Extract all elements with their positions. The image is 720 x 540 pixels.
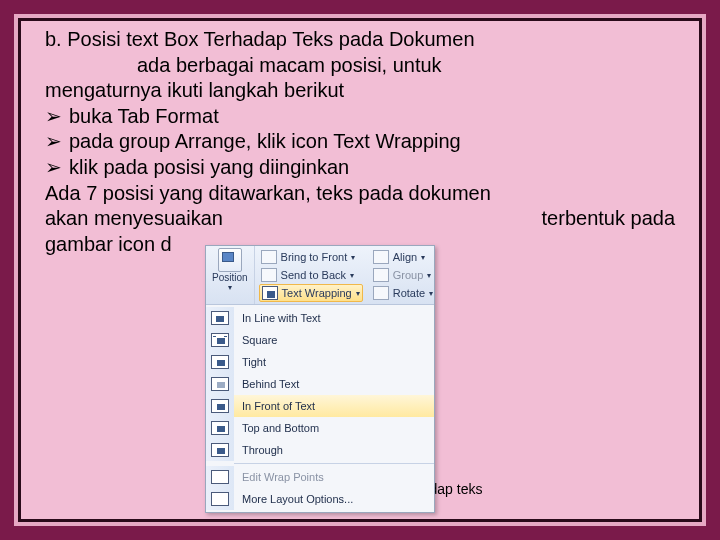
menu-label: Tight [234,356,266,368]
rotate-button[interactable]: Rotate ▾ [371,284,435,302]
menu-item-inline[interactable]: In Line with Text [206,307,434,329]
bullet-item-1: ➢ buka Tab Format [45,104,675,130]
menu-label: Top and Bottom [234,422,319,434]
bring-to-front-icon [261,250,277,264]
group-button[interactable]: Group ▾ [371,266,435,284]
send-to-back-icon [261,268,277,282]
topbottom-icon [211,421,229,435]
through-icon [211,443,229,457]
text-wrapping-button[interactable]: Text Wrapping ▾ [259,284,363,302]
bullet-text: pada group Arrange, klik icon Text Wrapp… [69,129,461,155]
group-icon [373,268,389,282]
chevron-down-icon: ▾ [421,253,425,262]
menu-item-more-options[interactable]: More Layout Options... [206,488,434,510]
text-wrapping-menu: In Line with Text Square Tight Behind Te… [206,305,434,512]
text-wrapping-label: Text Wrapping [282,287,352,299]
menu-item-behind[interactable]: Behind Text [206,373,434,395]
justified-line-1: ada berbagai macam posisi, untuk [137,53,675,79]
menu-item-through[interactable]: Through [206,439,434,461]
chevron-down-icon: ▾ [427,271,431,280]
square-icon [211,333,229,347]
chevron-down-icon: ▾ [356,289,360,298]
word-arrange-popup: Position ▾ Bring to Front ▾ Send to Back… [205,245,435,513]
arrange-toolbar: Position ▾ Bring to Front ▾ Send to Back… [206,246,434,305]
chevron-down-icon: ▾ [429,289,433,298]
menu-separator [234,463,434,464]
rotate-label: Rotate [393,287,425,299]
menu-item-topbottom[interactable]: Top and Bottom [206,417,434,439]
menu-item-edit-points[interactable]: Edit Wrap Points [206,466,434,488]
triangle-bullet-icon: ➢ [45,129,63,155]
menu-label: Behind Text [234,378,299,390]
para2b-right: terbentuk pada [542,206,675,232]
chevron-down-icon: ▾ [228,283,232,292]
menu-label: In Line with Text [234,312,321,324]
menu-item-square[interactable]: Square [206,329,434,351]
group-label: Group [393,269,424,281]
menu-label: Square [234,334,277,346]
slide-outer-frame: b. Posisi text Box Terhadap Teks pada Do… [0,0,720,540]
tight-icon [211,355,229,369]
bring-to-front-label: Bring to Front [281,251,348,263]
send-to-back-label: Send to Back [281,269,346,281]
menu-item-tight[interactable]: Tight [206,351,434,373]
bullet-text: klik pada posisi yang diinginkan [69,155,349,181]
triangle-bullet-icon: ➢ [45,104,63,130]
toolbar-col-1: Bring to Front ▾ Send to Back ▾ Text Wra… [255,246,367,304]
more-options-icon [211,492,229,506]
edit-points-icon [211,470,229,484]
chevron-down-icon: ▾ [351,253,355,262]
align-icon [373,250,389,264]
justified-line-2: mengaturnya ikuti langkah berikut [45,78,675,104]
behind-icon [211,377,229,391]
align-label: Align [393,251,417,263]
para2-line-b: akan menyesuaikan terbentuk pada [45,206,675,232]
menu-label: In Front of Text [234,400,315,412]
triangle-bullet-icon: ➢ [45,155,63,181]
position-icon [218,248,242,272]
rotate-icon [373,286,389,300]
front-icon [211,399,229,413]
send-to-back-button[interactable]: Send to Back ▾ [259,266,363,284]
para2b-left: akan menyesuaikan [45,206,223,232]
slide-inner-frame: b. Posisi text Box Terhadap Teks pada Do… [18,18,702,522]
bullet-item-3: ➢ klik pada posisi yang diinginkan [45,155,675,181]
toolbar-col-2: Align ▾ Group ▾ Rotate ▾ [367,246,439,304]
bullet-item-2: ➢ pada group Arrange, klik icon Text Wra… [45,129,675,155]
body-text: b. Posisi text Box Terhadap Teks pada Do… [45,27,675,257]
menu-label: Edit Wrap Points [234,471,324,483]
bullet-text: buka Tab Format [69,104,219,130]
position-label: Position [212,272,248,283]
para2-line-a: Ada 7 posisi yang ditawarkan, teks pada … [45,181,675,207]
menu-label: More Layout Options... [234,493,353,505]
position-button[interactable]: Position ▾ [206,246,255,304]
heading-line: b. Posisi text Box Terhadap Teks pada Do… [45,27,675,53]
menu-item-front[interactable]: In Front of Text [206,395,434,417]
bring-to-front-button[interactable]: Bring to Front ▾ [259,248,363,266]
menu-label: Through [234,444,283,456]
inline-icon [211,311,229,325]
text-wrapping-icon [262,286,278,300]
chevron-down-icon: ▾ [350,271,354,280]
align-button[interactable]: Align ▾ [371,248,435,266]
